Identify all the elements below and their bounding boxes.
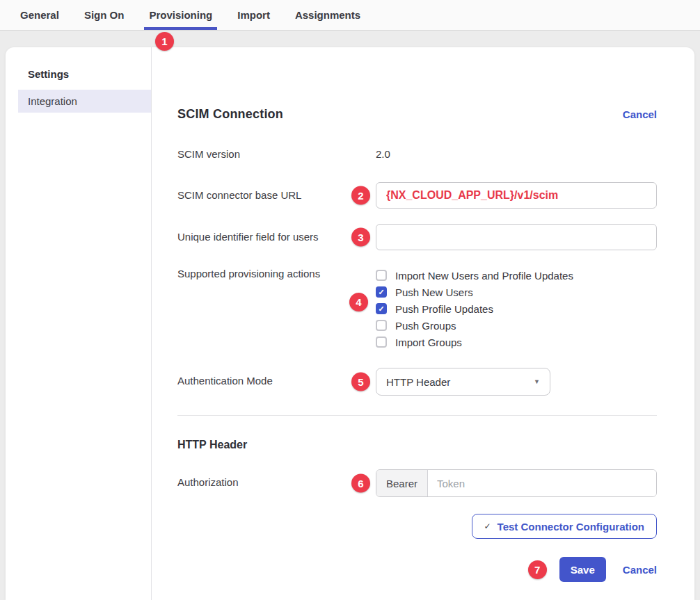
base-url-row: SCIM connector base URL 2 [177,182,657,209]
tab-label: Import [237,9,270,21]
scim-version-label: SCIM version [177,148,376,161]
check-icon: ✓ [484,521,491,531]
checkbox-import-new-users[interactable]: ✓ Import New Users and Profile Updates [376,267,657,284]
auth-mode-select[interactable]: HTTP Header ▼ [376,368,550,396]
step-badge-2: 2 [351,186,370,205]
checkbox-icon: ✓ [376,303,387,314]
base-url-input[interactable] [376,182,657,209]
app-tabbar: General Sign On Provisioning Import Assi… [0,0,700,31]
unique-id-label: Unique identifier field for users [177,224,376,250]
checkbox-push-profile-updates[interactable]: ✓ Push Profile Updates [376,300,657,317]
token-input[interactable] [428,470,656,496]
auth-mode-selected-value: HTTP Header [386,376,450,388]
test-connector-configuration-button[interactable]: ✓ Test Connector Configuration [472,514,657,539]
tab-assignments[interactable]: Assignments [290,0,365,30]
checkbox-label: Import New Users and Profile Updates [395,270,573,282]
scim-version-value: 2.0 [376,148,390,160]
auth-mode-label: Authentication Mode [177,368,376,396]
chevron-down-icon: ▼ [534,378,540,385]
tab-label: Provisioning [149,9,212,21]
sidebar-section-title: Settings [28,68,151,80]
checkbox-icon: ✓ [376,270,387,281]
provisioning-actions-row: Supported provisioning actions 4 ✓ Impor… [177,266,657,350]
checkbox-label: Push Groups [395,320,456,332]
step-badge-7: 7 [528,560,547,579]
auth-mode-row: Authentication Mode 5 HTTP Header ▼ [177,368,657,396]
bearer-prefix: Bearer [376,470,428,496]
step-badge-3: 3 [351,228,370,247]
sidebar-item-label: Integration [28,95,77,107]
cancel-link-top[interactable]: Cancel [623,108,657,120]
content-card: Settings Integration SCIM Connection Can… [6,47,694,600]
checkbox-push-groups[interactable]: ✓ Push Groups [376,317,657,334]
cancel-link-bottom[interactable]: Cancel [623,564,657,576]
scim-version-row: SCIM version 2.0 [177,148,657,161]
base-url-label: SCIM connector base URL [177,182,376,209]
step-badge-5: 5 [351,373,370,391]
tab-label: General [20,9,59,21]
unique-id-input[interactable] [376,224,657,250]
panel-title: SCIM Connection [177,107,283,122]
tab-general[interactable]: General [15,0,64,30]
sidebar-item-integration[interactable]: Integration [18,90,151,113]
test-connector-label: Test Connector Configuration [498,521,644,533]
checkbox-push-new-users[interactable]: ✓ Push New Users [376,284,657,300]
unique-id-row: Unique identifier field for users 3 [177,224,657,250]
tab-provisioning[interactable]: Provisioning [144,0,217,30]
provisioning-actions-label: Supported provisioning actions [177,266,376,350]
step-badge-6: 6 [351,474,370,493]
step-badge-4: 4 [349,293,368,311]
http-header-section-title: HTTP Header [177,439,657,451]
tab-label: Sign On [84,9,125,21]
scim-connection-panel: SCIM Connection Cancel SCIM version 2.0 … [152,47,694,600]
settings-sidebar: Settings Integration [6,47,152,600]
tab-import[interactable]: Import [232,0,275,30]
authorization-composite-field: Bearer [376,469,657,497]
authorization-row: Authorization 6 Bearer [177,469,657,497]
checkbox-icon: ✓ [376,286,387,298]
step-badge-1: 1 [155,32,174,51]
save-button[interactable]: Save [559,557,606,582]
checkbox-import-groups[interactable]: ✓ Import Groups [376,334,657,350]
authorization-label: Authorization [177,469,376,497]
tab-label: Assignments [295,9,360,21]
checkbox-icon: ✓ [376,337,387,348]
tab-sign-on[interactable]: Sign On [79,0,129,30]
checkbox-label: Push Profile Updates [395,303,493,315]
checkbox-label: Push New Users [395,286,473,298]
checkbox-label: Import Groups [395,337,462,348]
section-divider [177,415,657,416]
checkbox-icon: ✓ [376,320,387,331]
